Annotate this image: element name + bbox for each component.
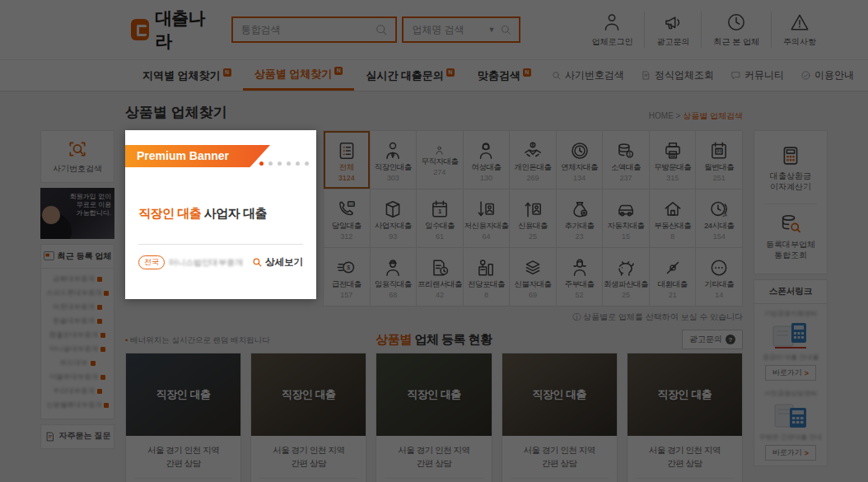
category-cell[interactable]: 사업자대출 93 — [371, 190, 417, 247]
quick-link-megaphone[interactable]: 광고문의 — [644, 12, 701, 48]
category-cell[interactable]: 대환대출 21 — [650, 248, 696, 306]
category-cell[interactable]: $ 급전대출 157 — [324, 248, 370, 306]
company-search-input[interactable] — [410, 23, 488, 36]
category-cell[interactable]: 24 24시대출 154 — [696, 190, 742, 247]
category-cell[interactable]: 무직자대출 274 — [417, 131, 463, 189]
phone-number[interactable]: 010-1234-5678 — [259, 479, 357, 482]
quick-link-clock[interactable]: 최근 본 업체 — [701, 12, 771, 48]
global-search-input[interactable] — [240, 23, 375, 36]
go-button[interactable]: 바로가기> — [765, 445, 816, 461]
company-card[interactable]: 직장인 대출 서울 경기 인천 지역 간편 상담 010-1234-5678 대… — [125, 353, 241, 482]
recent-company-item[interactable]: 스피드론대부중개 — [46, 287, 109, 301]
phone-number[interactable]: 010-1234-5678 — [511, 479, 609, 482]
company-card-image: 직장인 대출 — [628, 353, 742, 436]
check-circle-icon — [800, 70, 811, 81]
company-card-description: 서울 경기 인천 지역 간편 상담 — [636, 444, 734, 470]
recent-company-item[interactable]: 한솔대부중개 — [46, 315, 109, 329]
carousel-dot[interactable] — [268, 161, 273, 166]
fraud-search-icon — [67, 138, 88, 160]
category-cell[interactable]: 전당포대출 8 — [464, 248, 510, 306]
company-card[interactable]: 직장인 대출 서울 경기 인천 지역 간편 상담 010-1234-5678 대… — [376, 353, 492, 482]
search-icon[interactable] — [499, 23, 512, 36]
recent-company-item[interactable]: 머니숲대부중개 — [46, 343, 109, 357]
recent-company-item[interactable]: 참좋은대부중개 — [46, 329, 109, 343]
phone-number[interactable]: 010-1234-5678 — [134, 479, 232, 482]
phone-number[interactable]: 010-1234-5678 — [636, 479, 734, 482]
info-icon: ⓘ — [572, 312, 583, 321]
category-cell[interactable]: 추가대출 23 — [557, 190, 603, 247]
carousel-dot[interactable] — [287, 161, 291, 166]
category-cell[interactable]: 24 당일대출 312 — [324, 190, 370, 247]
recent-company-item[interactable]: 바로대부중개 — [46, 301, 109, 315]
category-cell[interactable]: 31 월변대출 251 — [696, 131, 742, 189]
category-cell[interactable]: 자동차대출 15 — [603, 190, 649, 247]
fraud-number-search-button[interactable]: 사기번호검색 — [40, 130, 114, 183]
quick-link-user[interactable]: 업체로그인 — [580, 12, 644, 48]
quick-link-label: 최근 본 업체 — [713, 36, 759, 48]
promo-photo-banner[interactable]: 회원가입 없이무료로 이용가능합니다. — [40, 188, 114, 239]
company-card[interactable]: 직장인 대출 서울 경기 인천 지역 간편 상담 010-1234-5678 대… — [250, 353, 366, 482]
category-cell[interactable]: 신불자대출 69 — [510, 248, 556, 306]
category-cell[interactable]: 저신용자대출 64 — [464, 190, 510, 247]
breadcrumb-home[interactable]: HOME — [649, 111, 674, 120]
recent-company-item[interactable]: 더블유대부중개 — [46, 371, 109, 385]
chevron-down-icon[interactable]: ▼ — [488, 26, 496, 34]
carousel-dot[interactable] — [278, 161, 282, 166]
category-cell[interactable]: 일용직대출 68 — [371, 248, 417, 306]
recent-company-item[interactable]: 금화대부중개 — [46, 273, 109, 287]
category-all[interactable]: 전체 3124 — [324, 131, 370, 189]
carousel-dot[interactable] — [296, 161, 300, 166]
printer-icon — [662, 140, 684, 161]
premium-banner-card[interactable]: Premium Banner 직장인 대출 사업자 대출 전국 머니스법인대부중… — [125, 130, 316, 299]
phone-number[interactable]: 010-1234-5678 — [385, 479, 483, 482]
utility-search[interactable]: 사기번호검색 — [543, 68, 632, 82]
fraud-search-label: 사기번호검색 — [53, 164, 102, 175]
company-card-image: 직장인 대출 — [126, 353, 240, 436]
utility-document[interactable]: 정식업체조회 — [632, 68, 722, 82]
quick-link-warning[interactable]: 주의사항 — [771, 12, 828, 48]
logo[interactable]: 대출나라 — [131, 7, 212, 53]
loan-calculator-link[interactable]: 대출상환금 이자계산기 — [765, 141, 816, 195]
new-badge: N — [523, 68, 531, 77]
sponsor-card[interactable]: 서민금융상담센터 무방문 간편대출 안내 바로가기> — [758, 389, 823, 461]
new-badge — [104, 291, 109, 296]
search-icon[interactable] — [374, 22, 389, 37]
category-cell[interactable]: 프리랜서대출 42 — [417, 248, 463, 306]
nav-item[interactable]: 실시간 대출문의N — [354, 60, 466, 91]
category-cell[interactable]: 회생파산대출 25 — [603, 248, 649, 306]
utility-chat[interactable]: 커뮤니티 — [722, 68, 792, 82]
coin-fast-icon: $ — [336, 257, 357, 278]
carousel-dot[interactable] — [259, 161, 264, 166]
promo-banner-text: 회원가입 없이무료로 이용가능합니다. — [70, 193, 111, 218]
recent-company-item[interactable]: 위드대부 — [46, 357, 109, 371]
category-cell[interactable]: 연체자대출 134 — [557, 131, 603, 189]
category-cell[interactable]: 신용대출 25 — [510, 190, 556, 247]
sponsor-card[interactable]: 기업금융지원센터 중금리 대출 안내몰 바로가기> — [758, 309, 823, 381]
recent-company-item[interactable]: 우리대부중개 — [46, 385, 109, 399]
svg-text:$: $ — [347, 264, 350, 269]
category-cell[interactable]: 무방문대출 315 — [650, 131, 696, 189]
nav-item[interactable]: 맞춤검색N — [466, 60, 543, 91]
category-cell[interactable]: 여성대출 130 — [464, 131, 510, 189]
detail-link[interactable]: 상세보기 — [252, 256, 303, 269]
carousel-dot[interactable] — [305, 161, 309, 166]
nav-item[interactable]: 상품별 업체찾기N — [243, 60, 355, 91]
ad-inquiry-button[interactable]: 광고문의 ? — [682, 330, 743, 349]
company-card[interactable]: 직장인 대출 서울 경기 인천 지역 간편 상담 010-1234-5678 대… — [627, 353, 743, 482]
faq-button[interactable]: 자주묻는 질문 — [40, 424, 114, 449]
utility-check-circle[interactable]: 이용안내 — [792, 68, 862, 82]
recent-company-item[interactable]: 신용밸류대부중개 — [46, 399, 109, 413]
category-cell[interactable]: 주부대출 52 — [557, 248, 603, 306]
category-cell[interactable]: 기타대출 14 — [696, 248, 742, 306]
go-button[interactable]: 바로가기> — [765, 365, 816, 381]
utility-person[interactable]: 고객센터 — [862, 68, 868, 82]
nav-item[interactable]: 지역별 업체찾기N — [131, 60, 243, 91]
category-cell[interactable]: 개인돈대출 269 — [510, 131, 556, 189]
category-cell[interactable]: 1 일수대출 61 — [417, 190, 463, 247]
category-cell[interactable]: 부동산대출 8 — [650, 190, 696, 247]
category-cell[interactable]: $ 소액대출 237 — [603, 131, 649, 189]
database-search-icon — [779, 213, 802, 236]
company-card[interactable]: 직장인 대출 서울 경기 인천 지역 간편 상담 010-1234-5678 대… — [502, 353, 618, 482]
category-cell[interactable]: 직장인대출 303 — [371, 131, 417, 189]
lender-lookup-link[interactable]: 등록대부업체 통합조회 — [764, 204, 817, 264]
